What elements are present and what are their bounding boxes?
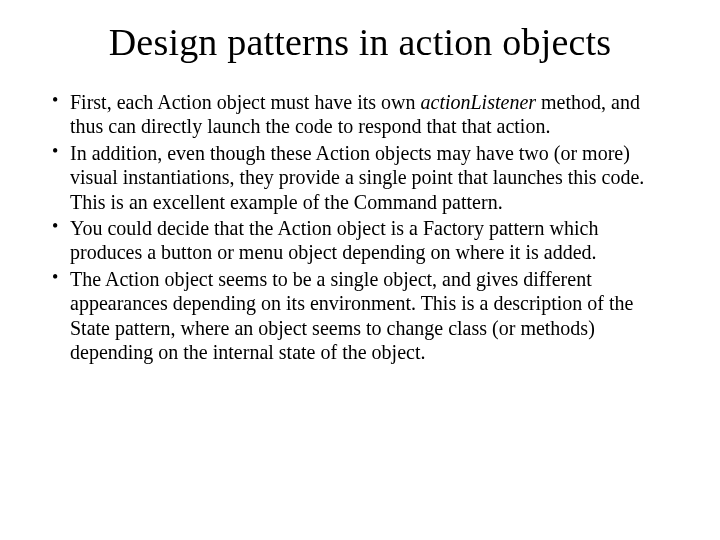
list-item: First, each Action object must have its … — [48, 90, 672, 139]
list-item: In addition, even though these Action ob… — [48, 141, 672, 214]
bullet-text-pre: First, each Action object must have its … — [70, 91, 421, 113]
bullet-text-pre: In addition, even though these Action ob… — [70, 142, 644, 213]
bullet-text-em: actionListener — [421, 91, 537, 113]
list-item: You could decide that the Action object … — [48, 216, 672, 265]
bullet-list: First, each Action object must have its … — [48, 90, 672, 364]
slide: Design patterns in action objects First,… — [0, 0, 720, 540]
slide-title: Design patterns in action objects — [48, 20, 672, 64]
list-item: The Action object seems to be a single o… — [48, 267, 672, 365]
bullet-text-pre: You could decide that the Action object … — [70, 217, 598, 263]
bullet-text-pre: The Action object seems to be a single o… — [70, 268, 633, 363]
